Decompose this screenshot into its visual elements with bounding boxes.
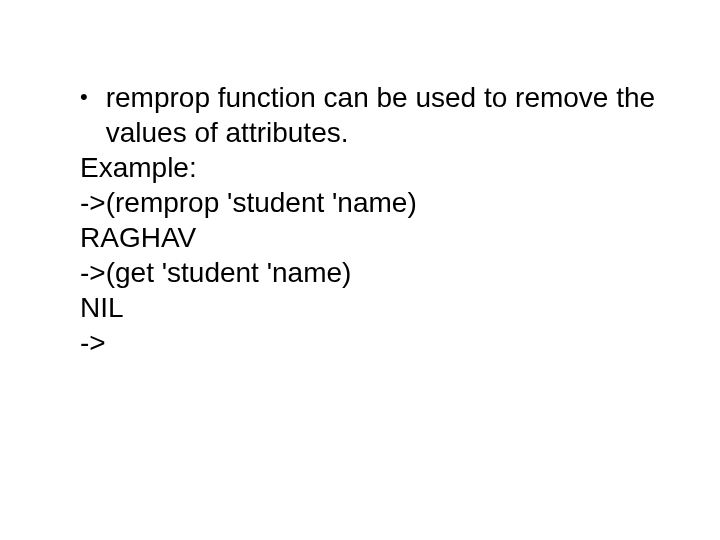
line-output-nil: NIL [60,290,660,325]
slide: • remprop function can be used to remove… [0,0,720,540]
line-code-remprop: ->(remprop 'student 'name) [60,185,660,220]
line-output-raghav: RAGHAV [60,220,660,255]
bullet-marker-icon: • [60,80,106,114]
bullet-item: • remprop function can be used to remove… [60,80,660,150]
line-prompt: -> [60,325,660,360]
bullet-text: remprop function can be used to remove t… [106,80,660,150]
line-code-get: ->(get 'student 'name) [60,255,660,290]
slide-body: • remprop function can be used to remove… [60,80,660,360]
line-example: Example: [60,150,660,185]
